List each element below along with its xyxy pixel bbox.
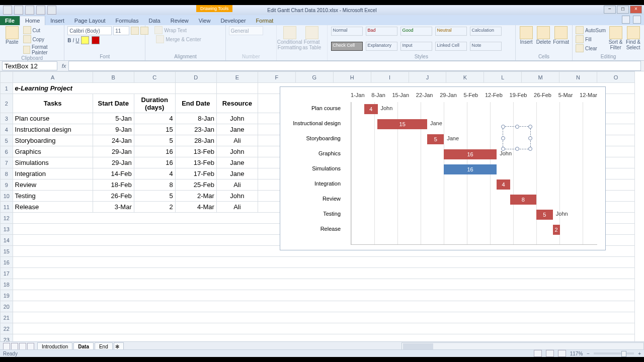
copy-icon (23, 35, 31, 43)
bold-button[interactable]: B (67, 38, 71, 43)
font-color-button[interactable] (92, 36, 100, 44)
cut-button[interactable]: Cut (23, 26, 61, 34)
selected-textbox[interactable] (503, 126, 531, 149)
merge-center-button[interactable]: Merge & Center (156, 35, 201, 43)
zoom-out-button[interactable]: − (587, 351, 590, 356)
style-explanatory[interactable]: Explanatory (366, 42, 397, 51)
style-neutral[interactable]: Neutral (435, 27, 467, 36)
tab-nav-last-icon[interactable] (27, 343, 34, 350)
paste-button[interactable]: Paste (3, 26, 21, 45)
underline-button[interactable]: U (75, 38, 79, 43)
x-tick: 26-Feb (534, 92, 551, 101)
clear-button[interactable]: Clear (576, 44, 606, 52)
sort-icon (609, 26, 622, 39)
zoom-level[interactable]: 117% (570, 351, 583, 356)
gantt-bar[interactable]: 15 (377, 119, 427, 129)
group-label-alignment: Alignment (148, 54, 222, 59)
fill-button[interactable]: Fill (576, 35, 606, 43)
style-note[interactable]: Note (470, 42, 502, 51)
formula-input[interactable] (68, 61, 641, 71)
sort-filter-button[interactable]: Sort & Filter (608, 26, 623, 50)
gantt-bar[interactable]: 5 (536, 210, 553, 220)
tab-data[interactable]: Data (143, 16, 165, 25)
format-as-table-button[interactable]: Format as Table (302, 26, 322, 50)
gantt-bar[interactable]: 4 (497, 179, 510, 190)
gantt-bar-label: John (556, 211, 568, 217)
tab-view[interactable]: View (194, 16, 216, 25)
number-format-select[interactable]: General (229, 26, 263, 35)
gantt-bar[interactable]: 16 (444, 164, 497, 174)
style-normal[interactable]: Normal (331, 27, 363, 36)
fill-color-button[interactable] (81, 36, 89, 44)
font-size-select[interactable]: 11 (113, 26, 129, 35)
tab-insert[interactable]: Insert (45, 16, 69, 25)
group-label-font: Font (67, 54, 142, 59)
chart-task-label: Storyboarding (272, 135, 341, 141)
autosum-button[interactable]: AutoSum (576, 26, 606, 34)
find-icon (627, 26, 640, 39)
tab-formulas[interactable]: Formulas (111, 16, 144, 25)
zoom-slider[interactable] (594, 352, 634, 354)
tab-review[interactable]: Review (166, 16, 194, 25)
font-name-select[interactable]: Calibri (Body) (67, 26, 112, 35)
tab-page-layout[interactable]: Page Layout (69, 16, 111, 25)
tab-format[interactable]: Format (251, 16, 279, 25)
grow-font-icon[interactable] (131, 27, 139, 35)
gantt-chart[interactable]: 1-Jan8-Jan15-Jan22-Jan29-Jan5-Feb12-Feb1… (280, 86, 606, 250)
style-calculation[interactable]: Calculation (470, 27, 502, 36)
style-linked[interactable]: Linked Cell (435, 42, 467, 51)
style-check-cell[interactable]: Check Cell (331, 42, 363, 51)
style-input[interactable]: Input (400, 42, 432, 51)
gantt-bar-label: Jane (430, 120, 442, 126)
undo-icon[interactable] (25, 6, 34, 15)
tab-nav-next-icon[interactable] (19, 343, 26, 350)
delete-cells-button[interactable]: Delete (536, 26, 551, 45)
gantt-bar[interactable]: 16 (444, 149, 497, 159)
redo-icon[interactable] (36, 6, 45, 15)
name-box[interactable] (2, 61, 57, 70)
quick-access-toolbar (0, 6, 59, 15)
status-ready: Ready (3, 351, 18, 356)
tab-nav-first-icon[interactable] (3, 343, 10, 350)
maximize-button[interactable]: □ (617, 6, 629, 14)
minimize-button[interactable]: − (604, 6, 616, 14)
save-icon[interactable] (14, 6, 23, 15)
qat-more-icon[interactable] (47, 6, 56, 15)
help-icon[interactable] (633, 16, 641, 24)
find-select-button[interactable]: Find & Select (625, 26, 641, 50)
conditional-formatting-button[interactable]: Conditional Formatting (280, 26, 300, 50)
italic-button[interactable]: I (73, 38, 74, 43)
tab-home[interactable]: Home (20, 16, 45, 25)
minimize-ribbon-icon[interactable] (622, 16, 630, 24)
format-painter-button[interactable]: Format Painter (23, 44, 61, 55)
contextual-tab-label: Drawing Tools (196, 5, 232, 12)
view-layout-icon[interactable] (546, 350, 554, 357)
zoom-in-button[interactable]: + (638, 351, 641, 356)
style-bad[interactable]: Bad (366, 27, 397, 36)
format-cells-button[interactable]: Format (553, 26, 569, 45)
gantt-bar[interactable]: 5 (427, 134, 444, 144)
gantt-bar-label: John (381, 105, 393, 111)
style-good[interactable]: Good (400, 27, 432, 36)
insert-cells-button[interactable]: Insert (519, 26, 534, 45)
tab-file[interactable]: File (0, 16, 20, 25)
tab-developer[interactable]: Developer (215, 16, 251, 25)
x-tick: 12-Feb (485, 92, 503, 101)
delete-cells-icon (537, 26, 550, 39)
view-break-icon[interactable] (558, 350, 566, 357)
tab-nav-prev-icon[interactable] (11, 343, 18, 350)
column-headers[interactable]: ABC DEF GHI JKL MNO (1, 72, 635, 83)
gantt-bar[interactable]: 2 (553, 225, 560, 235)
wrap-text-button[interactable]: Wrap Text (154, 26, 187, 34)
cond-fmt-icon (283, 26, 296, 39)
view-normal-icon[interactable] (534, 350, 542, 357)
eraser-icon (576, 44, 584, 52)
gantt-bar[interactable]: 4 (364, 104, 377, 114)
copy-button[interactable]: Copy (23, 35, 61, 43)
select-all-button[interactable] (1, 72, 13, 83)
close-button[interactable]: × (630, 6, 642, 14)
fx-icon[interactable]: fx (59, 63, 68, 69)
gantt-bar[interactable]: 8 (510, 195, 537, 205)
project-title[interactable]: e-Learning Project (13, 83, 175, 94)
x-tick: 29-Jan (440, 92, 457, 101)
